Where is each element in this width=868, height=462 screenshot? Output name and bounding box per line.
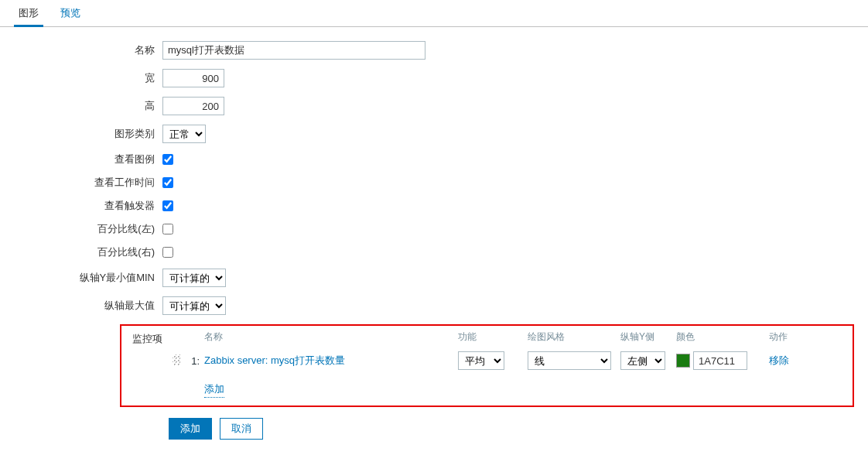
form-buttons: 添加 取消 — [169, 418, 868, 440]
graph-type-select[interactable]: 正常 — [162, 125, 206, 143]
label-name: 名称 — [0, 43, 162, 57]
label-y-max: 纵轴最大值 — [0, 299, 162, 313]
tab-graph[interactable]: 图形 — [8, 0, 50, 26]
items-header: 名称 功能 绘图风格 纵轴Y侧 颜色 动作 — [170, 330, 846, 344]
draw-style-select[interactable]: 线 — [528, 351, 611, 370]
y-max-select[interactable]: 可计算的 — [162, 296, 226, 315]
percentile-right-checkbox[interactable] — [162, 247, 173, 258]
header-draw-style: 绘图风格 — [528, 330, 620, 344]
show-working-time-checkbox[interactable] — [162, 177, 173, 188]
label-graph-type: 图形类别 — [0, 127, 162, 141]
table-row: 1: Zabbix server: mysq打开表数量 平均 线 — [170, 351, 846, 370]
name-input[interactable] — [162, 41, 425, 60]
show-legend-checkbox[interactable] — [162, 154, 173, 165]
header-color: 颜色 — [676, 330, 769, 344]
row-index: 1: — [187, 355, 204, 367]
width-input[interactable] — [162, 69, 224, 87]
header-name: 名称 — [204, 330, 458, 344]
form: 名称 宽 高 图形类别 正常 查看图例 查看工作时间 — [0, 27, 868, 453]
tabs: 图形 预览 — [0, 0, 868, 27]
label-show-triggers: 查看触发器 — [0, 199, 162, 213]
color-swatch[interactable] — [676, 354, 690, 368]
show-triggers-checkbox[interactable] — [162, 200, 173, 211]
height-input[interactable] — [162, 97, 224, 115]
y-min-select[interactable]: 可计算的 — [162, 269, 226, 287]
label-percentile-right: 百分比线(右) — [0, 245, 162, 259]
header-y-side: 纵轴Y侧 — [620, 330, 676, 344]
add-button[interactable]: 添加 — [169, 418, 212, 440]
label-show-working-time: 查看工作时间 — [0, 176, 162, 190]
percentile-left-checkbox[interactable] — [162, 224, 173, 234]
items-section-label: 监控项 — [128, 330, 170, 347]
label-show-legend: 查看图例 — [0, 152, 162, 166]
label-percentile-left: 百分比线(左) — [0, 222, 162, 236]
cancel-button[interactable]: 取消 — [220, 418, 263, 440]
label-y-min: 纵轴Y最小值MIN — [0, 271, 162, 285]
color-input[interactable] — [693, 351, 747, 370]
label-height: 高 — [0, 99, 162, 113]
header-action: 动作 — [769, 330, 808, 344]
header-function: 功能 — [458, 330, 528, 344]
item-name-link[interactable]: Zabbix server: mysq打开表数量 — [204, 354, 345, 366]
y-side-select[interactable]: 左侧 — [620, 351, 665, 370]
add-item-link[interactable]: 添加 — [204, 382, 224, 398]
remove-link[interactable]: 移除 — [769, 354, 789, 366]
items-panel: 监控项 名称 功能 绘图风格 纵轴Y侧 颜色 动作 1: Zabbix ser — [120, 324, 854, 407]
tab-preview[interactable]: 预览 — [50, 0, 91, 26]
function-select[interactable]: 平均 — [458, 351, 504, 370]
label-width: 宽 — [0, 71, 162, 85]
drag-icon[interactable] — [173, 354, 180, 365]
